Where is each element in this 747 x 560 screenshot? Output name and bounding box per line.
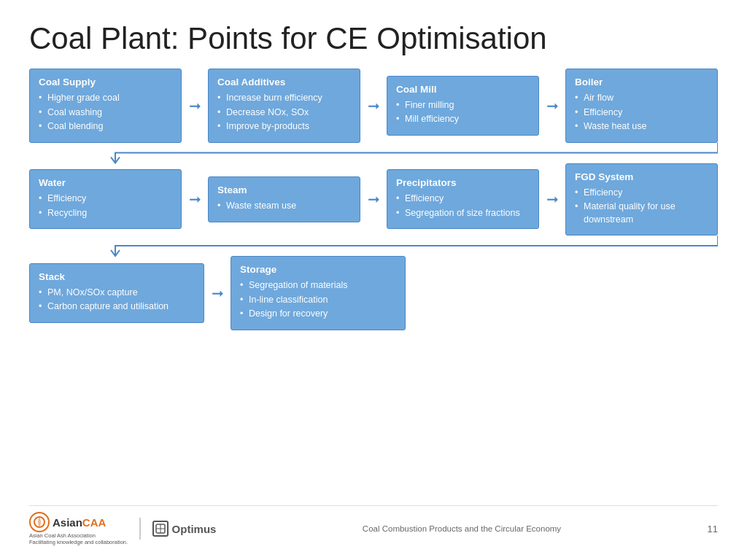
- asiancaa-sub2: Facilitating knowledge and collaboration…: [29, 539, 128, 545]
- list-item: In-line classification: [240, 294, 396, 307]
- list-item: Mill efficiency: [396, 113, 530, 126]
- list-item: PM, NOx/SOx capture: [39, 287, 195, 300]
- row1: Coal Supply Higher grade coal Coal washi…: [29, 69, 718, 143]
- optimus-icon: [152, 521, 169, 537]
- list-item: Efficiency: [575, 106, 708, 120]
- box-fgd-system: FGD System Efficiency Material quality f…: [565, 163, 718, 236]
- list-item: Coal washing: [39, 106, 172, 120]
- list-item: Higher grade coal: [39, 92, 172, 105]
- fgd-system-title: FGD System: [575, 171, 708, 182]
- coal-additives-title: Coal Additives: [217, 77, 351, 88]
- list-item: Carbon capture and utilisation: [39, 300, 195, 314]
- logo-asiancaa: AsianCAA Asian Coal Ash Association Faci…: [29, 512, 128, 545]
- fgd-system-list: Efficiency Material quality for use down…: [575, 187, 708, 227]
- rows-content: Coal Supply Higher grade coal Coal washi…: [29, 69, 718, 330]
- arrow-right-6: ➞: [539, 190, 565, 208]
- row3: Stack PM, NOx/SOx capture Carbon capture…: [29, 256, 718, 330]
- box-coal-supply: Coal Supply Higher grade coal Coal washi…: [29, 69, 182, 143]
- asiancaa-name: AsianCAA: [53, 516, 106, 529]
- storage-title: Storage: [240, 264, 396, 275]
- coal-mill-list: Finer milling Mill efficiency: [396, 99, 530, 126]
- list-item: Recycling: [39, 207, 172, 220]
- diagram: Coal Supply Higher grade coal Coal washi…: [29, 69, 718, 502]
- box-boiler: Boiler Air flow Efficiency Waste heat us…: [565, 69, 718, 143]
- coal-mill-title: Coal Mill: [396, 84, 530, 95]
- footer-divider: [139, 518, 141, 540]
- box-water: Water Efficiency Recycling: [29, 169, 182, 229]
- arrow-right-5: ➞: [360, 190, 387, 208]
- footer-page-number: 11: [708, 524, 718, 534]
- asiancaa-sub1: Asian Coal Ash Association: [29, 532, 96, 539]
- list-item: Decrease NOx, SOx: [217, 106, 351, 120]
- box-coal-additives: Coal Additives Increase burn efficiency …: [208, 69, 360, 143]
- footer-center-text: Coal Combustion Products and the Circula…: [363, 524, 561, 533]
- box-coal-mill: Coal Mill Finer milling Mill efficiency: [387, 76, 539, 136]
- optimus-label: Optimus: [172, 523, 217, 535]
- coal-additives-list: Increase burn efficiency Decrease NOx, S…: [217, 92, 351, 133]
- asiancaa-circle-icon: [29, 512, 50, 532]
- list-item: Coal blending: [39, 120, 172, 133]
- box-precipitators: Precipitators Efficiency Segregation of …: [387, 169, 539, 229]
- precipitators-title: Precipitators: [396, 177, 530, 188]
- page-title: Coal Plant: Points for CE Optimisation: [29, 22, 718, 55]
- list-item: Finer milling: [396, 99, 530, 112]
- box-steam: Steam Waste steam use: [208, 176, 360, 222]
- storage-list: Segregation of materials In-line classif…: [240, 279, 396, 321]
- arrow-right-2: ➞: [360, 97, 387, 114]
- box-stack: Stack PM, NOx/SOx capture Carbon capture…: [29, 263, 204, 323]
- box-storage: Storage Segregation of materials In-line…: [231, 256, 406, 330]
- water-title: Water: [39, 177, 172, 188]
- list-item: Segregation of size fractions: [396, 207, 530, 220]
- steam-title: Steam: [217, 184, 351, 195]
- water-list: Efficiency Recycling: [39, 192, 172, 219]
- connector-gap-2: [29, 236, 718, 256]
- stack-list: PM, NOx/SOx capture Carbon capture and u…: [39, 287, 195, 314]
- list-item: Segregation of materials: [240, 279, 396, 292]
- arrow-right-1: ➞: [182, 97, 208, 114]
- list-item: Material quality for use downstream: [575, 201, 708, 226]
- logo-optimus: Optimus: [152, 521, 217, 537]
- list-item: Design for recovery: [240, 308, 396, 321]
- slide: Coal Plant: Points for CE Optimisation C…: [0, 0, 747, 560]
- boiler-list: Air flow Efficiency Waste heat use: [575, 92, 708, 133]
- coal-supply-list: Higher grade coal Coal washing Coal blen…: [39, 92, 172, 133]
- list-item: Increase burn efficiency: [217, 92, 351, 105]
- list-item: Efficiency: [396, 192, 530, 206]
- coal-supply-title: Coal Supply: [39, 77, 172, 88]
- list-item: Air flow: [575, 92, 708, 105]
- connector-gap-1: [29, 143, 718, 163]
- stack-title: Stack: [39, 271, 195, 282]
- list-item: Waste heat use: [575, 120, 708, 133]
- arrow-right-4: ➞: [182, 190, 208, 208]
- footer-left: AsianCAA Asian Coal Ash Association Faci…: [29, 512, 216, 545]
- steam-list: Waste steam use: [217, 200, 351, 213]
- footer: AsianCAA Asian Coal Ash Association Faci…: [29, 505, 718, 545]
- list-item: Efficiency: [39, 192, 172, 206]
- row2: Water Efficiency Recycling ➞ Steam Waste…: [29, 163, 718, 236]
- arrow-right-7: ➞: [204, 284, 231, 302]
- arrow-right-3: ➞: [539, 97, 565, 114]
- list-item: Waste steam use: [217, 200, 351, 213]
- list-item: Improve by-products: [217, 120, 351, 133]
- precipitators-list: Efficiency Segregation of size fractions: [396, 192, 530, 219]
- list-item: Efficiency: [575, 187, 708, 200]
- boiler-title: Boiler: [575, 77, 708, 88]
